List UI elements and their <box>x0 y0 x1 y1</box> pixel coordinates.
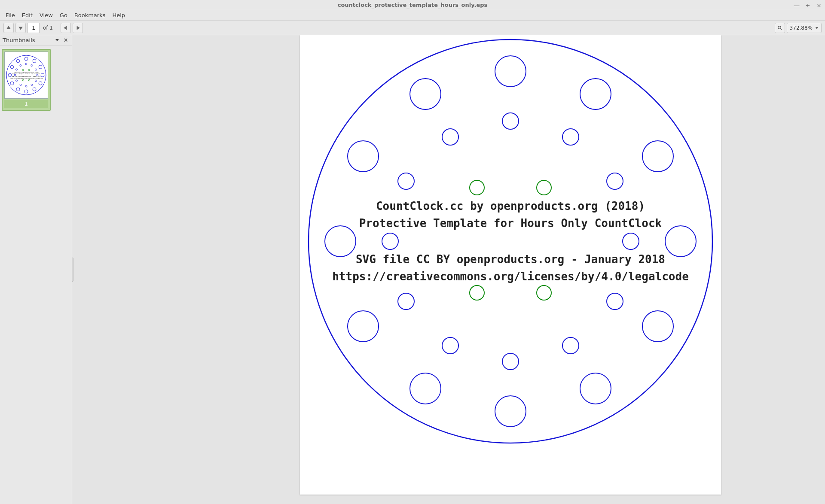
svg-point-25 <box>16 69 18 70</box>
menu-go[interactable]: Go <box>57 11 70 19</box>
svg-point-41 <box>495 396 526 427</box>
close-button[interactable]: × <box>816 2 822 9</box>
svg-point-43 <box>348 311 379 342</box>
page-down-button[interactable] <box>15 23 26 33</box>
svg-point-49 <box>607 173 623 189</box>
svg-point-22 <box>20 84 21 86</box>
menu-view[interactable]: View <box>37 11 56 19</box>
menu-help[interactable]: Help <box>109 11 128 19</box>
doc-text-line4: https://creativecommons.org/licenses/by/… <box>332 270 689 283</box>
svg-point-35 <box>495 56 526 87</box>
svg-point-16 <box>31 65 33 67</box>
toolbar-right: 372,88% <box>775 23 822 33</box>
sidebar-close[interactable]: ✕ <box>62 37 69 43</box>
thumbnail-page-number: 1 <box>4 100 48 108</box>
menu-file[interactable]: File <box>3 11 18 19</box>
sidebar-header: Thumbnails ✕ <box>0 35 72 46</box>
inner-hour-circles <box>382 113 639 370</box>
doc-text-line3: SVG file CC BY openproducts.org - Januar… <box>356 253 665 266</box>
toolbar: of 1 372,88% <box>0 21 825 35</box>
history-back-button[interactable] <box>61 23 71 33</box>
toolbar-left: of 1 <box>3 23 83 33</box>
svg-point-10 <box>16 88 20 91</box>
svg-text:CountClock.cc by openproducts.: CountClock.cc by openproducts.org (2018) <box>14 72 39 73</box>
menu-edit[interactable]: Edit <box>19 11 36 19</box>
svg-point-26 <box>20 65 21 67</box>
svg-point-3 <box>24 57 28 61</box>
history-forward-button[interactable] <box>73 23 83 33</box>
svg-point-4 <box>33 59 36 63</box>
svg-point-29 <box>22 79 24 81</box>
svg-point-2 <box>6 55 46 95</box>
doc-text-line1: CountClock.cc by openproducts.org (2018) <box>376 200 645 213</box>
svg-point-53 <box>502 353 519 370</box>
arrow-down-icon <box>18 25 23 30</box>
svg-point-44 <box>325 226 356 257</box>
thumbnail-list: CountClock.cc by openproducts.org (2018)… <box>0 46 72 114</box>
svg-text:SVG file CC BY openproducts.or: SVG file CC BY openproducts.org - Januar… <box>12 76 41 77</box>
svg-text:https://creativecommons.org/li: https://creativecommons.org/licenses/by/… <box>10 78 43 79</box>
svg-point-58 <box>442 129 458 145</box>
svg-point-54 <box>442 337 458 354</box>
svg-point-46 <box>410 79 441 109</box>
svg-point-30 <box>28 79 30 81</box>
titlebar: countclock_protective_template_hours_onl… <box>0 0 825 10</box>
minimize-button[interactable]: ― <box>793 2 800 9</box>
maximize-button[interactable]: + <box>804 2 811 9</box>
svg-point-19 <box>35 80 37 82</box>
svg-point-56 <box>382 233 398 249</box>
svg-point-59 <box>470 180 484 195</box>
svg-point-37 <box>642 141 673 172</box>
page-number-input[interactable] <box>28 23 40 33</box>
document-viewer[interactable]: CountClock.cc by openproducts.org (2018)… <box>72 35 825 504</box>
page-up-button[interactable] <box>3 23 14 33</box>
window-buttons: ― + × <box>793 0 822 10</box>
svg-point-36 <box>580 79 611 109</box>
svg-line-1 <box>780 28 782 30</box>
menu-bookmarks[interactable]: Bookmarks <box>71 11 109 19</box>
zoom-dropdown[interactable]: 372,88% <box>787 23 822 33</box>
page-count-label: of 1 <box>41 25 55 31</box>
svg-point-6 <box>41 73 44 77</box>
svg-point-14 <box>16 59 20 63</box>
svg-point-48 <box>562 129 579 145</box>
doc-text-line2: Protective Template for Hours Only Count… <box>359 217 662 230</box>
svg-point-13 <box>10 65 14 69</box>
svg-point-28 <box>28 69 30 71</box>
svg-point-51 <box>607 293 623 310</box>
svg-point-8 <box>33 88 36 91</box>
svg-point-7 <box>39 82 42 85</box>
svg-point-39 <box>642 311 673 342</box>
svg-point-42 <box>410 373 441 404</box>
content-area: Thumbnails ✕ <box>0 35 825 504</box>
thumbnail-item[interactable]: CountClock.cc by openproducts.org (2018)… <box>2 49 51 111</box>
svg-point-12 <box>8 73 12 77</box>
svg-point-5 <box>39 65 42 69</box>
search-icon <box>777 25 782 30</box>
svg-point-0 <box>778 26 780 28</box>
sidebar-title: Thumbnails <box>3 37 52 43</box>
window-title: countclock_protective_template_hours_onl… <box>338 2 488 8</box>
outer-circle <box>309 39 712 443</box>
document-page: CountClock.cc by openproducts.org (2018)… <box>300 35 721 495</box>
document-svg: CountClock.cc by openproducts.org (2018)… <box>300 35 721 495</box>
svg-point-55 <box>398 293 414 310</box>
app-window: countclock_protective_template_hours_onl… <box>0 0 825 504</box>
svg-point-45 <box>348 141 379 172</box>
svg-point-47 <box>502 113 519 129</box>
svg-point-61 <box>470 285 484 300</box>
splitter-handle[interactable] <box>72 258 73 282</box>
svg-point-60 <box>537 180 551 195</box>
svg-point-21 <box>25 85 27 87</box>
svg-point-27 <box>22 69 24 71</box>
svg-point-20 <box>31 84 33 86</box>
chevron-down-icon <box>815 26 819 30</box>
sidebar-dropdown[interactable] <box>54 37 61 43</box>
thumbnail-preview: CountClock.cc by openproducts.org (2018)… <box>4 52 48 99</box>
menubar: File Edit View Go Bookmarks Help <box>0 10 825 21</box>
chevron-down-icon <box>55 38 59 42</box>
svg-point-9 <box>24 90 28 93</box>
search-button[interactable] <box>775 23 785 33</box>
svg-point-11 <box>10 82 14 85</box>
thumbnail-svg: CountClock.cc by openproducts.org (2018)… <box>5 54 48 97</box>
